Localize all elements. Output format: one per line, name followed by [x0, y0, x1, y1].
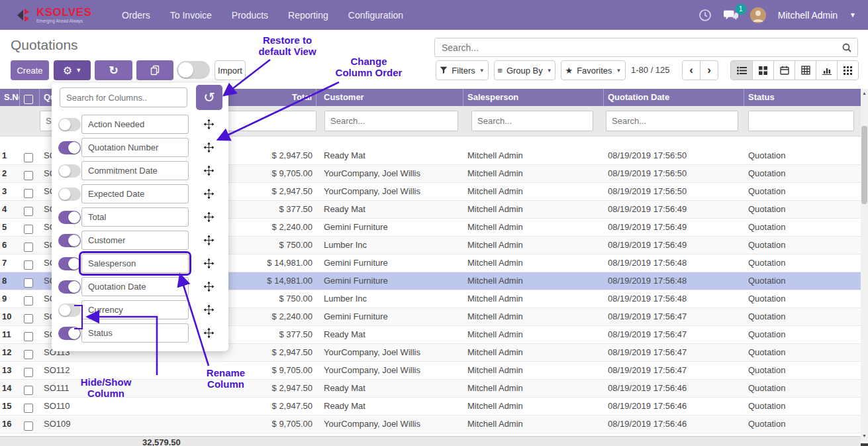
column-visibility-toggle[interactable] [58, 188, 81, 201]
move-column-handle[interactable] [204, 305, 214, 317]
row-checkbox[interactable] [24, 260, 33, 270]
row-checkbox[interactable] [24, 314, 33, 323]
scroll-down-arrow-icon[interactable]: ▼ [861, 433, 868, 438]
column-visibility-toggle[interactable] [58, 141, 81, 154]
column-visibility-toggle[interactable] [58, 280, 81, 294]
row-checkbox[interactable] [24, 332, 33, 341]
column-name-input[interactable] [81, 277, 189, 296]
row-checkbox[interactable] [24, 243, 33, 252]
menu-item-to-invoice[interactable]: To Invoice [170, 10, 212, 21]
row-checkbox[interactable] [24, 278, 33, 288]
user-avatar[interactable] [750, 7, 766, 23]
row-checkbox[interactable] [24, 404, 33, 413]
select-all-checkbox[interactable] [24, 95, 33, 104]
restore-default-view-button[interactable]: ↺ [196, 85, 222, 110]
filter-customer-input[interactable] [324, 111, 458, 131]
move-column-handle[interactable] [204, 166, 214, 178]
column-header-quotation-date[interactable]: Quotation Date [604, 89, 744, 106]
filter-status-input[interactable] [748, 111, 854, 131]
scrollbar-thumb[interactable] [861, 126, 867, 204]
filters-button[interactable]: Filters▼ [436, 60, 489, 80]
group-by-button[interactable]: ≡ Group By▼ [494, 60, 555, 80]
move-column-handle[interactable] [204, 258, 214, 271]
activity-clock-icon[interactable] [699, 9, 712, 22]
filter-quotation-date-input[interactable] [606, 111, 738, 131]
toolbar-toggle[interactable] [177, 61, 210, 79]
calendar-view-button[interactable] [773, 61, 795, 80]
column-visibility-toggle[interactable] [58, 257, 81, 270]
column-name-input[interactable] [81, 323, 189, 343]
column-visibility-toggle[interactable] [58, 234, 81, 247]
messages-icon[interactable]: 1 [724, 9, 738, 22]
import-button[interactable]: Import [215, 60, 246, 80]
table-row[interactable]: 15 SO110 $ 2,947.50 Ready Mat Mitchell A… [0, 398, 861, 416]
filter-salesperson-input[interactable] [471, 111, 593, 131]
move-column-handle[interactable] [204, 119, 214, 132]
menu-item-reporting[interactable]: Reporting [288, 10, 328, 21]
search-icon[interactable] [842, 42, 852, 53]
row-checkbox[interactable] [24, 153, 33, 162]
column-name-input[interactable] [81, 184, 189, 203]
row-checkbox[interactable] [24, 386, 33, 395]
row-checkbox[interactable] [24, 189, 33, 198]
quotation-date-cell: 08/19/2019 17:56:50 [604, 165, 744, 182]
kanban-view-button[interactable] [752, 61, 773, 80]
duplicate-button[interactable] [136, 60, 173, 80]
column-name-input[interactable] [81, 300, 189, 319]
move-column-handle[interactable] [204, 282, 214, 294]
column-header-customer[interactable]: Customer [320, 89, 463, 106]
column-name-input[interactable] [81, 115, 189, 134]
pager-next-button[interactable]: › [700, 60, 718, 80]
move-column-handle[interactable] [204, 328, 214, 341]
status-cell: Quotation [744, 290, 861, 307]
user-name[interactable]: Mitchell Admin [778, 10, 838, 21]
brand-name: KSOLVES [36, 7, 91, 18]
table-row[interactable]: 16 SO109 $ 9,705.00 YourCompany, Joel Wi… [0, 416, 861, 433]
column-visibility-toggle[interactable] [58, 211, 81, 224]
scroll-up-arrow-icon[interactable]: ▲ [861, 91, 868, 95]
user-menu-caret-icon[interactable]: ▼ [849, 11, 856, 19]
column-header-select-all[interactable] [20, 89, 40, 106]
row-checkbox[interactable] [24, 207, 33, 216]
pager-previous-button[interactable]: ‹ [682, 60, 700, 80]
customer-cell: Ready Mat [320, 326, 463, 343]
menu-item-configuration[interactable]: Configuration [348, 10, 403, 21]
column-visibility-toggle[interactable] [58, 304, 81, 317]
column-header-status[interactable]: Status [744, 89, 861, 106]
search-input[interactable] [435, 38, 857, 56]
column-header-sno[interactable]: S.No [0, 89, 20, 106]
row-checkbox[interactable] [24, 421, 33, 431]
column-header-salesperson[interactable]: Salesperson [463, 89, 604, 106]
vertical-scrollbar[interactable]: ▲ ▼ [861, 89, 868, 441]
salesperson-cell: Mitchell Admin [463, 237, 604, 254]
column-name-input[interactable] [81, 207, 189, 227]
refresh-button[interactable]: ↻ [95, 60, 132, 80]
move-column-handle[interactable] [204, 189, 214, 201]
column-name-input[interactable] [81, 161, 189, 180]
column-search-input[interactable] [60, 87, 187, 107]
column-visibility-toggle[interactable] [58, 327, 81, 340]
favorites-button[interactable]: ★ Favorites▼ [561, 60, 626, 80]
row-checkbox[interactable] [24, 368, 33, 377]
row-checkbox[interactable] [24, 296, 33, 306]
menu-item-orders[interactable]: Orders [122, 10, 150, 21]
move-column-handle[interactable] [204, 235, 214, 248]
row-checkbox[interactable] [24, 350, 33, 359]
column-name-input[interactable] [81, 231, 189, 250]
activity-view-button[interactable] [837, 61, 858, 80]
row-checkbox[interactable] [24, 171, 33, 180]
column-settings-gear-button[interactable]: ⚙ ▼ [54, 60, 91, 80]
create-button[interactable]: Create [11, 60, 49, 80]
menu-item-products[interactable]: Products [232, 10, 268, 21]
pivot-view-button[interactable] [795, 61, 816, 80]
column-name-input[interactable] [81, 254, 189, 273]
column-visibility-toggle[interactable] [58, 118, 81, 131]
graph-view-button[interactable] [816, 61, 837, 80]
quotation-date-cell: 08/19/2019 17:56:46 [604, 398, 744, 415]
column-visibility-toggle[interactable] [58, 164, 81, 178]
move-column-handle[interactable] [204, 142, 214, 155]
list-view-button[interactable] [731, 61, 752, 80]
row-checkbox[interactable] [24, 225, 33, 234]
move-column-handle[interactable] [204, 212, 214, 225]
column-name-input[interactable] [81, 138, 189, 157]
